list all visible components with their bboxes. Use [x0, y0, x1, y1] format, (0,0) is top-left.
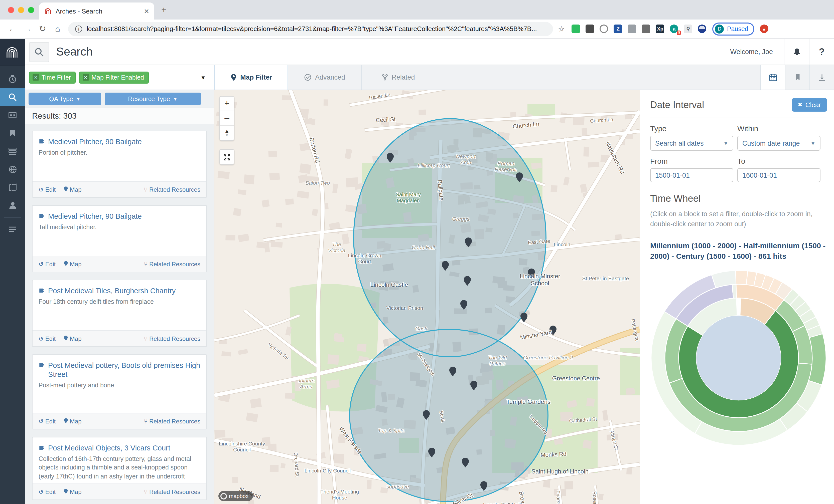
new-tab-button[interactable]: +	[161, 5, 166, 15]
tab-close-icon[interactable]: ✕	[144, 7, 149, 15]
time-wheel-segment[interactable]	[732, 284, 736, 298]
tab-export[interactable]	[809, 65, 834, 90]
search-header: Search Welcome, Joe ?	[25, 39, 834, 65]
map-label: Newport Arch	[451, 153, 481, 165]
help-button[interactable]: ?	[809, 39, 834, 65]
result-card: Medieval Pitcher, 90 Bailgate Portion of…	[32, 131, 207, 198]
app-sidebar	[0, 39, 25, 504]
edit-link[interactable]: ↺ Edit	[39, 186, 56, 193]
related-resources-link[interactable]: ⑂ Related Resources	[144, 418, 200, 425]
extension-icon[interactable]	[628, 25, 636, 33]
bookmark-star-icon[interactable]: ☆	[558, 24, 565, 33]
tab-time-filter[interactable]	[760, 65, 785, 90]
macos-zoom-button[interactable]	[28, 7, 34, 13]
home-button[interactable]: ⌂	[50, 24, 65, 34]
tab-related[interactable]: Related	[361, 65, 435, 90]
map-link[interactable]: Map	[64, 418, 81, 425]
related-resources-link[interactable]: ⑂ Related Resources	[144, 186, 200, 193]
sidebar-item-map[interactable]	[0, 178, 25, 196]
from-date-input[interactable]: 1500-01-01	[650, 168, 733, 182]
within-select[interactable]: Custom date range▼	[737, 136, 820, 151]
filter-dropdown-caret[interactable]: ▼	[200, 74, 210, 80]
edit-link[interactable]: ↺ Edit	[39, 260, 56, 268]
compass-button[interactable]: ▲▼	[220, 125, 234, 140]
macos-close-button[interactable]	[8, 7, 14, 13]
date-interval-title: Date Interval	[650, 99, 704, 110]
time-wheel-segment[interactable]	[736, 271, 748, 285]
extension-icon[interactable]	[698, 25, 706, 33]
result-title[interactable]: Post Medieval Objects, 3 Vicars Court	[39, 443, 200, 453]
map-label: Lincolnshire County Council	[214, 440, 269, 453]
map-label: Lincoln Minster School	[511, 273, 569, 287]
extension-icon[interactable]: ⚲	[684, 25, 693, 33]
back-button[interactable]: ←	[5, 24, 20, 34]
address-bar[interactable]: i localhost:8081/search?paging-filter=1&…	[68, 22, 553, 36]
qa-type-button[interactable]: QA Type▼	[28, 93, 101, 105]
result-description: Four 18th century delft tiles from firep…	[39, 298, 200, 306]
bookmark-icon	[794, 74, 801, 81]
result-card: Medieval Pitcher, 90 Bailgate Tall medie…	[32, 205, 207, 272]
extension-icon[interactable]: Z	[614, 25, 622, 33]
site-info-icon[interactable]: i	[75, 25, 82, 32]
related-resources-link[interactable]: ⑂ Related Resources	[144, 260, 200, 268]
result-title[interactable]: Post Medieval pottery, Boots old premise…	[39, 361, 200, 379]
mapbox-logo[interactable]: mapbox	[218, 491, 253, 501]
time-wheel-selection: Millennium (1000 - 2000) - Half-millenni…	[650, 240, 827, 262]
extension-icon[interactable]: Xp	[656, 25, 664, 33]
extension-icon[interactable]	[600, 25, 608, 33]
browser-profile-button[interactable]: D Paused	[712, 22, 754, 35]
extension-icon[interactable]	[572, 25, 580, 33]
remove-icon[interactable]: ✕	[82, 74, 89, 81]
result-title[interactable]: Post Medieval Tiles, Burghersh Chantry	[39, 286, 200, 295]
result-title[interactable]: Medieval Pitcher, 90 Bailgate	[39, 137, 200, 146]
reload-button[interactable]: ↻	[35, 24, 50, 34]
time-wheel-chart[interactable]	[650, 268, 827, 448]
edit-link[interactable]: ↺ Edit	[39, 418, 56, 425]
remove-icon[interactable]: ✕	[32, 74, 39, 81]
sidebar-item-recent[interactable]	[0, 70, 25, 88]
edit-link[interactable]: ↺ Edit	[39, 488, 56, 495]
sidebar-item-server[interactable]	[0, 142, 25, 160]
extension-icon[interactable]	[642, 25, 651, 33]
zoom-in-button[interactable]: +	[220, 97, 234, 111]
search-input[interactable]: Search	[56, 45, 719, 59]
map-view[interactable]: Rasen LnCecil StChurch LnChurch LnNettle…	[214, 90, 640, 504]
forward-button[interactable]: →	[20, 24, 35, 34]
zoom-out-button[interactable]: −	[220, 111, 234, 125]
date-type-select[interactable]: Search all dates▼	[650, 136, 733, 151]
sidebar-item-search[interactable]	[0, 88, 25, 106]
related-resources-link[interactable]: ⑂ Related Resources	[144, 335, 200, 342]
map-filter-chip[interactable]: ✕Map Filter Enabled	[79, 71, 149, 83]
map-link[interactable]: Map	[64, 186, 81, 193]
sidebar-menu-icon[interactable]	[0, 221, 25, 239]
extension-icon[interactable]	[586, 25, 594, 33]
map-link[interactable]: Map	[64, 260, 81, 268]
macos-minimize-button[interactable]	[18, 7, 24, 13]
map-link[interactable]: Map	[64, 335, 81, 342]
time-wheel-center[interactable]	[696, 316, 781, 400]
filter-bar: ✕Time Filter ✕Map Filter Enabled ▼ Map F…	[25, 65, 834, 90]
extension-icon[interactable]: ▲	[760, 25, 768, 33]
arches-logo[interactable]	[0, 39, 25, 66]
to-date-input[interactable]: 1600-01-01	[737, 168, 820, 182]
sidebar-item-resources[interactable]	[0, 106, 25, 124]
time-filter-chip[interactable]: ✕Time Filter	[29, 71, 75, 83]
tab-map-filter[interactable]: Map Filter	[214, 65, 288, 90]
tab-saved-searches[interactable]	[785, 65, 809, 90]
clear-button[interactable]: ✖Clear	[792, 98, 827, 112]
related-resources-link[interactable]: ⑂ Related Resources	[144, 488, 200, 495]
tab-advanced[interactable]: Advanced	[288, 65, 361, 90]
sidebar-item-globe[interactable]	[0, 160, 25, 178]
edit-link[interactable]: ↺ Edit	[39, 335, 56, 342]
sidebar-item-bookmarks[interactable]	[0, 124, 25, 142]
sidebar-item-profile[interactable]	[0, 196, 25, 214]
notifications-button[interactable]	[784, 39, 809, 65]
map-link[interactable]: Map	[64, 488, 81, 495]
browser-tab[interactable]: Arches - Search ✕	[39, 2, 154, 20]
arches-favicon	[44, 7, 51, 15]
result-title[interactable]: Medieval Pitcher, 90 Bailgate	[39, 212, 200, 221]
extension-icon[interactable]: a9	[670, 25, 678, 33]
map-label: Lincoln Drill Hall	[482, 502, 522, 504]
resource-type-button[interactable]: Resource Type▼	[105, 93, 201, 105]
fullscreen-button[interactable]	[220, 150, 234, 164]
